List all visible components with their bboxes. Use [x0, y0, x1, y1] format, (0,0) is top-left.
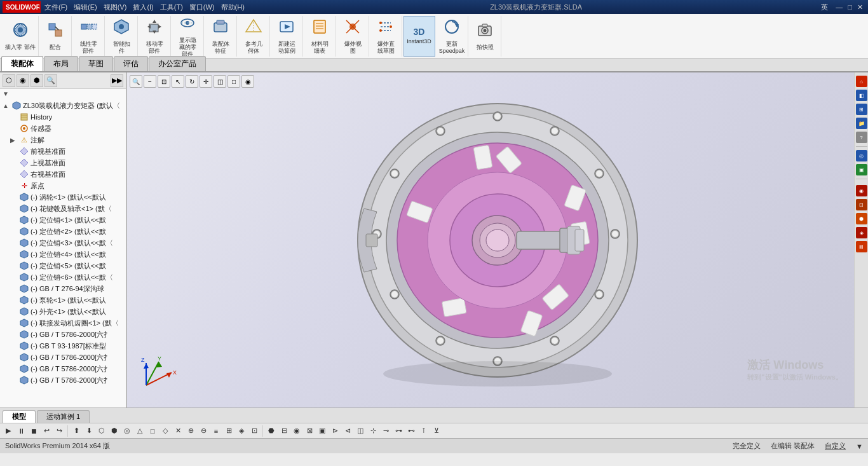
bt-icon11[interactable]: ⊖ — [198, 425, 209, 437]
vp-pan-btn[interactable]: ✛ — [200, 75, 212, 88]
bt-icon5[interactable]: ◎ — [121, 425, 133, 437]
tree-part-bolt4[interactable]: (-) GB / T 5786-2000[六扌 — [0, 374, 126, 386]
bt-icon20[interactable]: ▣ — [316, 425, 328, 437]
toolbar-bom[interactable]: 材料明细表 — [304, 16, 336, 57]
vp-zoom-out-btn[interactable]: − — [144, 75, 156, 88]
vp-orientation-btn[interactable]: ◎ — [856, 150, 867, 161]
tree-history[interactable]: History — [0, 111, 126, 123]
toolbar-capture[interactable]: 拍快照 — [470, 16, 501, 57]
vp-right-btn5[interactable]: ⊠ — [856, 241, 867, 252]
menu-view[interactable]: 视图(V) — [104, 3, 127, 12]
panel-expand-icon[interactable]: ▶▶ — [111, 74, 123, 87]
tab-sketch[interactable]: 草图 — [79, 56, 113, 71]
tree-part-turbine[interactable]: (-) 涡轮<1> (默认<<默认 — [0, 191, 126, 203]
bt-icon3[interactable]: ⬡ — [96, 425, 107, 437]
vp-question-btn[interactable]: ? — [856, 132, 867, 143]
toolbar-ref-geometry[interactable]: 参考几何体 — [238, 16, 270, 57]
bt-icon28[interactable]: ⊺ — [418, 425, 430, 437]
toolbar-mate[interactable]: 配合 — [40, 16, 72, 57]
tab-layout[interactable]: 布局 — [44, 56, 78, 71]
btab-motion[interactable]: 运动算例 1 — [37, 410, 90, 423]
tree-front-plane[interactable]: 前视基准面 — [0, 146, 126, 157]
bt-icon16[interactable]: ⬣ — [266, 425, 277, 437]
bt-icon27[interactable]: ⊷ — [405, 425, 417, 437]
tree-part-pin3[interactable]: (-) 定位销<3> (默认<<默〈 — [0, 237, 126, 249]
panel-filter-icon[interactable]: ⬡ — [3, 74, 15, 87]
tree-top-plane[interactable]: 上视基准面 — [0, 157, 126, 168]
tree-part-bearing[interactable]: (-) GB / T 276-94深沟球 — [0, 283, 126, 294]
menu-tools[interactable]: 工具(T) — [160, 3, 183, 12]
menu-help[interactable]: 帮助(H) — [221, 3, 245, 12]
menu-insert[interactable]: 插入(I) — [133, 3, 153, 12]
tree-part-pin2[interactable]: (-) 定位销<2> (默认<<默 — [0, 226, 126, 237]
vp-display-style-btn[interactable]: ▣ — [856, 164, 867, 175]
tree-part-washer[interactable]: (-) GB T 93-1987[标准型 — [0, 340, 126, 352]
3d-viewport[interactable]: 🔍 − ⊡ ↖ ↻ ✛ ◫ □ ◉ — [127, 72, 868, 408]
toolbar-show-hide[interactable]: 显示隐藏的零部件 — [172, 16, 204, 57]
vp-view3-btn[interactable]: 📁 — [856, 118, 867, 129]
toolbar-new-motion[interactable]: 新建运动算例 — [271, 16, 303, 57]
bt-icon10[interactable]: ⊕ — [185, 425, 196, 437]
tree-origin[interactable]: ✛ 原点 — [0, 180, 126, 191]
bt-icon14[interactable]: ◈ — [236, 425, 247, 437]
tree-part-bolt1[interactable]: (-) GB / T 5786-2000[六扌 — [0, 329, 126, 340]
panel-sensor-icon[interactable]: ◉ — [17, 74, 29, 87]
toolbar-explode[interactable]: 爆炸视图 — [337, 16, 369, 57]
vp-view1-btn[interactable]: ◧ — [856, 90, 867, 101]
toolbar-instant3d[interactable]: 3D Instant3D — [403, 16, 435, 57]
menu-window[interactable]: 窗口(W) — [189, 3, 215, 12]
minimize-button[interactable]: — — [836, 3, 843, 11]
bt-icon25[interactable]: ⊸ — [380, 425, 391, 437]
toolbar-smart-fasteners[interactable]: 智能扣件 — [106, 16, 138, 57]
close-button[interactable]: ✕ — [857, 3, 863, 11]
toolbar-explode-line[interactable]: 爆炸直线草图 — [370, 16, 402, 57]
vp-fit-btn[interactable]: ⊡ — [158, 75, 170, 88]
toolbar-update-speedpak[interactable]: 更新Speedpak — [437, 16, 468, 57]
vp-select-btn[interactable]: ↖ — [172, 75, 184, 88]
tree-part-pin6[interactable]: (-) 定位销<6> (默认<<默〈 — [0, 271, 126, 283]
tree-part-bolt2[interactable]: (-) GB / T 5786-2000[六扌 — [0, 352, 126, 363]
status-dropdown-icon[interactable]: ▼ — [856, 442, 863, 450]
maximize-button[interactable]: □ — [848, 3, 852, 11]
tree-part-pump[interactable]: (-) 泵轮<1> (默认<<默认 — [0, 294, 126, 306]
vp-rotate-btn[interactable]: ↻ — [186, 75, 198, 88]
bt-icon23[interactable]: ◫ — [355, 425, 366, 437]
status-customize[interactable]: 自定义 — [825, 441, 846, 451]
vp-zoom-in-btn[interactable]: 🔍 — [130, 75, 142, 88]
toolbar-linear[interactable]: 线性零部件 — [73, 16, 105, 57]
bt-icon19[interactable]: ⊠ — [304, 425, 315, 437]
bt-icon15[interactable]: ⊡ — [248, 425, 260, 437]
tab-evaluate[interactable]: 评估 — [114, 56, 148, 71]
tree-part-pin4[interactable]: (-) 定位销<4> (默认<<默 — [0, 249, 126, 260]
bt-icon17[interactable]: ⊟ — [278, 425, 290, 437]
vp-view2-btn[interactable]: ⊞ — [856, 104, 867, 115]
bt-icon29[interactable]: ⊻ — [431, 425, 442, 437]
panel-search-icon[interactable]: 🔍 — [44, 74, 57, 87]
btab-model[interactable]: 模型 — [3, 410, 36, 423]
bt-stop-icon[interactable]: ⏹ — [28, 425, 39, 437]
bt-icon4[interactable]: ⬢ — [109, 425, 120, 437]
bt-icon26[interactable]: ⊶ — [393, 425, 404, 437]
tab-office[interactable]: 办公室产品 — [149, 56, 206, 71]
tree-right-plane[interactable]: 右视基准面 — [0, 168, 126, 180]
vp-right-btn3[interactable]: ⬢ — [856, 213, 867, 224]
bt-icon21[interactable]: ⊳ — [329, 425, 341, 437]
bt-icon2[interactable]: ⬇ — [83, 425, 95, 437]
vp-right-btn2[interactable]: ⊡ — [856, 199, 867, 210]
toolbar-assembly-feature[interactable]: 装配体特征 — [205, 16, 237, 57]
tab-assembly[interactable]: 装配体 — [1, 56, 43, 71]
tree-part-bolt3[interactable]: (-) GB / T 5786-2000[六扌 — [0, 363, 126, 374]
vp-render-btn[interactable]: ◉ — [241, 75, 254, 88]
vp-right-btn1[interactable]: ◉ — [856, 185, 867, 196]
bt-icon1[interactable]: ⬆ — [71, 425, 82, 437]
vp-right-btn4[interactable]: ◈ — [856, 227, 867, 238]
bt-play-icon[interactable]: ▶ — [3, 425, 14, 437]
bt-pause-icon[interactable]: ⏸ — [15, 425, 27, 437]
vp-section-btn[interactable]: ◫ — [214, 75, 226, 88]
bt-undo-icon[interactable]: ↩ — [41, 425, 52, 437]
tree-annotation[interactable]: ▶ ⚠ 注解 — [0, 134, 126, 146]
tree-part-shell[interactable]: (-) 外壳<1> (默认<<默认 — [0, 306, 126, 317]
expand-root-icon[interactable]: ▲ — [3, 102, 10, 109]
vp-home-btn[interactable]: ⌂ — [856, 76, 867, 87]
panel-assembly-icon[interactable]: ⬢ — [31, 74, 43, 87]
